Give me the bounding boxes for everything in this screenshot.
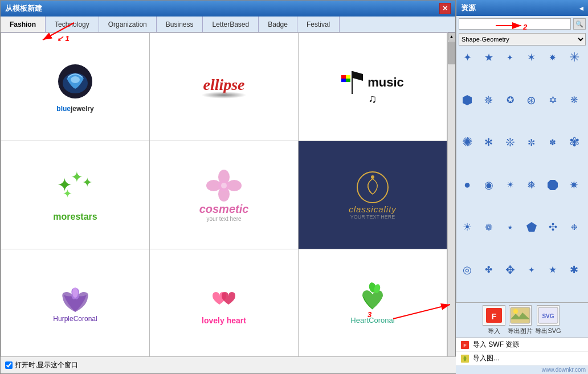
- shape-octagon[interactable]: [544, 176, 561, 194]
- logo-cell-cosmetic[interactable]: cosmetic your text here: [150, 141, 299, 249]
- shape-star13[interactable]: ❊: [501, 134, 518, 151]
- shape-star6[interactable]: ✵: [480, 92, 497, 109]
- shape-star5[interactable]: ✳: [566, 49, 583, 66]
- shape-star8[interactable]: ⊛: [523, 92, 540, 109]
- search-button[interactable]: 🔍: [573, 18, 586, 30]
- blue-jewelry-icon: [55, 61, 95, 101]
- shape-type-select[interactable]: Shape-Geometry Shape-Arrow Shape-Basic: [459, 33, 586, 46]
- logo-cell-classicality[interactable]: classicality YOUR TEXT HERE: [299, 141, 447, 249]
- shape-circle1[interactable]: ●: [459, 176, 476, 194]
- show-on-open-checkbox[interactable]: 打开时,显示这个窗口: [5, 360, 78, 370]
- music-flag-icon: [341, 68, 364, 97]
- logo-cell-lovely-heart[interactable]: lovely heart: [150, 249, 299, 357]
- hexagon-icon: [462, 94, 473, 106]
- svg-text:SVG: SVG: [542, 313, 554, 319]
- logo-cell-morestars[interactable]: ✦ ✦ ✦ ✦ morestars: [1, 141, 150, 249]
- shape-star26[interactable]: ★: [544, 261, 561, 278]
- search-bar: 🔍: [456, 16, 588, 32]
- import-swf-icon: F: [485, 307, 503, 324]
- close-button[interactable]: ✕: [439, 3, 451, 14]
- import-swf-menu-icon: F: [460, 340, 469, 350]
- scroll-thumb[interactable]: [448, 42, 455, 64]
- import-other-menu-icon: [460, 354, 469, 363]
- export-svg-label: 导出SVG: [535, 327, 561, 335]
- logo-grid-scrollbar[interactable]: ▲: [447, 32, 455, 357]
- shape-sun1[interactable]: ☀: [459, 219, 476, 236]
- shape-star25[interactable]: ✦: [523, 261, 540, 278]
- svg-rect-7: [341, 79, 346, 82]
- right-panel-pin-icon[interactable]: ◂: [579, 4, 583, 13]
- logo-cell-hurplecoronal[interactable]: HurpleCoronal: [1, 249, 150, 357]
- logo-cell-blue-jewelry[interactable]: bluejewelry: [1, 33, 150, 141]
- svg-point-2: [71, 76, 80, 83]
- svg-point-14: [221, 183, 227, 188]
- svg-point-16: [371, 175, 374, 179]
- shape-star24[interactable]: ✥: [501, 261, 518, 278]
- hurplecoronal-logo: HurpleCoronal: [53, 283, 97, 323]
- export-svg-file-icon: SVG: [538, 307, 558, 324]
- heartcoronal-icon: [356, 282, 390, 316]
- shape-star1[interactable]: ★: [480, 49, 497, 66]
- import-other-menu-label: 导入图...: [473, 354, 499, 363]
- svg-rect-8: [346, 79, 350, 82]
- import-swf-menu-item[interactable]: F 导入 SWF 资源: [456, 338, 588, 352]
- shape-hexagon[interactable]: [459, 92, 476, 109]
- shape-star21[interactable]: ✣: [544, 219, 561, 236]
- shape-star20[interactable]: ⋆: [501, 219, 518, 236]
- shape-star10[interactable]: ❋: [566, 92, 583, 109]
- shape-star11[interactable]: ✺: [459, 134, 476, 151]
- shape-star9[interactable]: ✡: [544, 92, 561, 109]
- svg-rect-5: [341, 75, 346, 79]
- leaf-icon: [461, 355, 469, 363]
- tab-business[interactable]: Business: [157, 17, 203, 32]
- export-svg-button[interactable]: SVG 导出SVG: [535, 305, 561, 335]
- shape-circle3[interactable]: ◎: [459, 261, 476, 278]
- svg-rect-3: [352, 71, 353, 94]
- tab-technology[interactable]: Technology: [46, 17, 99, 32]
- import-other-menu-item[interactable]: 导入图...: [456, 352, 588, 365]
- shape-star16[interactable]: ✾: [566, 134, 583, 151]
- shape-star18[interactable]: ❅: [523, 176, 540, 194]
- classicality-logo: classicality YOUR TEXT HERE: [349, 170, 397, 220]
- tab-fashion[interactable]: Fashion: [1, 17, 46, 32]
- tab-badge[interactable]: Badge: [259, 17, 297, 32]
- shape-star22[interactable]: ❉: [566, 219, 583, 236]
- pentagon-icon: [526, 221, 537, 233]
- cosmetic-logo: cosmetic your text here: [199, 168, 249, 222]
- export-image-svg-icon: [510, 307, 530, 324]
- shape-pentagon[interactable]: [523, 219, 540, 236]
- svg-point-29: [513, 309, 518, 314]
- import-button[interactable]: F 导入: [483, 305, 505, 335]
- shape-star14[interactable]: ✼: [523, 134, 540, 151]
- shape-star15[interactable]: ✽: [544, 134, 561, 151]
- right-panel-title-label: 资源: [461, 3, 476, 13]
- tab-festival[interactable]: Festival: [297, 17, 340, 32]
- show-on-open-input[interactable]: [5, 361, 13, 369]
- shape-star12[interactable]: ✻: [480, 134, 497, 151]
- tab-letterbased[interactable]: LetterBased: [203, 17, 259, 32]
- shape-flower1[interactable]: ❁: [480, 219, 497, 236]
- search-input[interactable]: [459, 18, 571, 30]
- shape-star4[interactable]: ✸: [544, 49, 561, 66]
- tab-organization[interactable]: Organization: [99, 17, 157, 32]
- svg-text:F: F: [463, 343, 467, 348]
- context-menu-items: F 导入 SWF 资源 导入图...: [456, 338, 588, 365]
- shape-star19[interactable]: ✷: [566, 176, 583, 194]
- shape-star2[interactable]: ✦: [501, 49, 518, 66]
- swf-icon: F: [461, 341, 469, 349]
- shape-star7[interactable]: ✪: [501, 92, 518, 109]
- logo-cell-music[interactable]: music ♫: [299, 33, 447, 141]
- shape-star23[interactable]: ✤: [480, 261, 497, 278]
- shape-star3[interactable]: ✶: [523, 49, 540, 66]
- logo-cell-heartcoronal[interactable]: HeartCoronal: [299, 249, 447, 357]
- export-image-button[interactable]: 导出图片: [508, 305, 533, 335]
- right-panel: 资源 ◂ 🔍 Shape-Geometry Shape-Arrow Shape-…: [456, 0, 588, 374]
- shape-star17[interactable]: ✴: [501, 176, 518, 194]
- import-swf-menu-label: 导入 SWF 资源: [473, 340, 519, 350]
- shape-dropdown-container: Shape-Geometry Shape-Arrow Shape-Basic: [456, 32, 588, 47]
- shape-6star[interactable]: ✦: [459, 49, 476, 66]
- shape-circle2[interactable]: ◉: [480, 176, 497, 194]
- shape-star27[interactable]: ✱: [566, 261, 583, 278]
- scroll-up-arrow[interactable]: ▲: [448, 32, 456, 40]
- logo-cell-ellipse[interactable]: ellipse: [150, 33, 299, 141]
